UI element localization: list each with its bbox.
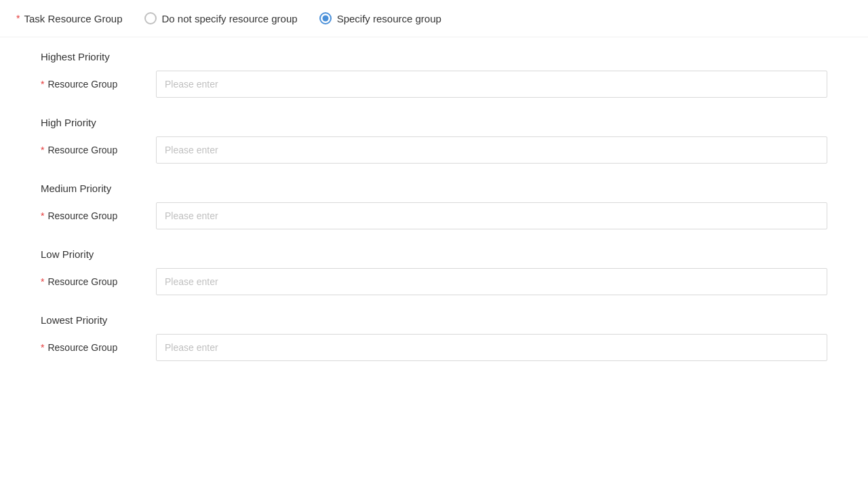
radio-no-specify[interactable]: Do not specify resource group <box>144 12 298 24</box>
lowest-required-star: * <box>41 342 44 353</box>
low-resource-group-row: * Resource Group <box>41 268 827 295</box>
high-label-text: Resource Group <box>47 145 117 155</box>
lowest-resource-group-label: * Resource Group <box>41 342 149 353</box>
medium-priority-section: Medium Priority * Resource Group <box>41 183 827 229</box>
task-resource-group-label: * Task Resource Group <box>16 13 123 24</box>
medium-resource-group-label: * Resource Group <box>41 210 149 221</box>
medium-required-star: * <box>41 210 44 221</box>
low-resource-group-label: * Resource Group <box>41 276 149 287</box>
highest-resource-group-label: * Resource Group <box>41 79 149 90</box>
header-row: * Task Resource Group Do not specify res… <box>0 0 868 37</box>
highest-required-star: * <box>41 79 44 90</box>
lowest-priority-title: Lowest Priority <box>41 314 827 326</box>
low-required-star: * <box>41 276 44 287</box>
main-content: Highest Priority * Resource Group High P… <box>0 37 868 400</box>
highest-priority-title: Highest Priority <box>41 51 827 62</box>
high-required-star: * <box>41 145 44 155</box>
high-priority-section: High Priority * Resource Group <box>41 117 827 164</box>
medium-resource-group-row: * Resource Group <box>41 202 827 229</box>
medium-resource-group-input[interactable] <box>156 202 827 229</box>
radio-no-specify-input[interactable] <box>144 12 157 24</box>
medium-label-text: Resource Group <box>47 210 117 221</box>
radio-no-specify-label: Do not specify resource group <box>162 13 298 24</box>
lowest-resource-group-row: * Resource Group <box>41 334 827 361</box>
medium-priority-title: Medium Priority <box>41 183 827 194</box>
low-priority-title: Low Priority <box>41 248 827 260</box>
radio-specify-label: Specify resource group <box>337 13 441 24</box>
lowest-resource-group-input[interactable] <box>156 334 827 361</box>
radio-specify[interactable]: Specify resource group <box>319 12 441 24</box>
highest-priority-section: Highest Priority * Resource Group <box>41 51 827 98</box>
lowest-priority-section: Lowest Priority * Resource Group <box>41 314 827 361</box>
highest-resource-group-row: * Resource Group <box>41 71 827 98</box>
high-resource-group-label: * Resource Group <box>41 145 149 155</box>
radio-specify-input[interactable] <box>319 12 332 24</box>
low-label-text: Resource Group <box>47 276 117 287</box>
field-label-text: Task Resource Group <box>24 13 122 24</box>
high-resource-group-row: * Resource Group <box>41 136 827 164</box>
high-resource-group-input[interactable] <box>156 136 827 164</box>
required-star: * <box>16 13 20 24</box>
low-priority-section: Low Priority * Resource Group <box>41 248 827 295</box>
highest-label-text: Resource Group <box>47 79 117 90</box>
high-priority-title: High Priority <box>41 117 827 128</box>
highest-resource-group-input[interactable] <box>156 71 827 98</box>
low-resource-group-input[interactable] <box>156 268 827 295</box>
lowest-label-text: Resource Group <box>47 342 117 353</box>
